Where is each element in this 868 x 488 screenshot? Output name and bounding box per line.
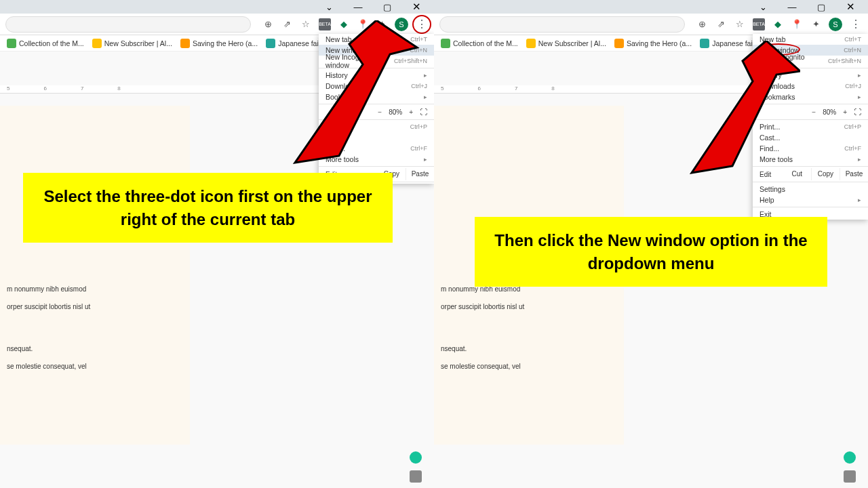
doc-text: m nonummy nibh euismod [7, 282, 183, 297]
three-dots-icon[interactable]: ⋮ [849, 18, 863, 31]
menu-zoom: Zoom − 80% + ⛶ [319, 106, 434, 118]
zoom-out-button[interactable]: − [812, 108, 816, 116]
grammarly-icon[interactable] [410, 451, 422, 464]
menu-label: History [760, 71, 782, 79]
menu-separator [753, 182, 868, 182]
menu-new-incognito[interactable]: New Incognito windowCtrl+Shift+N [753, 56, 868, 66]
menu-label: Bookmarks [760, 93, 795, 101]
menu-label: Find... [326, 144, 345, 152]
puzzle-icon[interactable]: ✦ [376, 18, 388, 30]
pin-icon[interactable]: 📍 [791, 18, 803, 30]
doc-text: orper suscipit lobortis nisl ut [7, 300, 183, 314]
extension-icon[interactable]: ◆ [772, 18, 784, 30]
extension-icon[interactable]: ◆ [338, 18, 350, 30]
menu-bookmarks[interactable]: Bookmarks▸ [319, 92, 434, 102]
menu-label: History [326, 71, 348, 79]
bookmark-item[interactable]: Saving the Hero (a... [178, 37, 260, 49]
bookmark-favicon-icon [700, 39, 709, 48]
zoom-out-button[interactable]: − [378, 108, 382, 116]
menu-help[interactable]: Help▸ [753, 195, 868, 205]
fullscreen-icon[interactable]: ⛶ [420, 108, 427, 116]
menu-downloads[interactable]: DownloadsCtrl+J [319, 81, 434, 92]
ruler-mark: 5 [441, 85, 443, 93]
zoom-in-button[interactable]: + [843, 108, 847, 116]
menu-history[interactable]: History▸ [319, 70, 434, 81]
maximize-button[interactable]: ▢ [378, 2, 397, 12]
minimize-button[interactable]: — [349, 2, 368, 12]
menu-cast[interactable]: Cast... [753, 132, 868, 143]
menu-label: New Incognito window [326, 53, 394, 69]
zoom-icon[interactable]: ⊕ [262, 18, 274, 30]
menu-downloads[interactable]: DownloadsCtrl+J [753, 81, 868, 92]
window-chevron-icon[interactable]: ⌄ [319, 2, 338, 12]
explore-icon[interactable] [410, 470, 422, 483]
close-button[interactable]: ✕ [841, 1, 860, 13]
profile-avatar[interactable]: S [829, 18, 842, 31]
fullscreen-icon[interactable]: ⛶ [854, 108, 861, 116]
menu-zoom: Zoom − 80% + ⛶ [753, 106, 868, 118]
star-icon[interactable]: ☆ [300, 18, 312, 30]
doc-text: se molestie consequat, vel [7, 359, 183, 374]
chevron-right-icon: ▸ [858, 72, 861, 79]
menu-shortcut: Ctrl+P [410, 123, 427, 130]
bookmark-item[interactable]: Collection of the M... [4, 37, 87, 49]
document-page: m nonummy nibh euismod orper suscipit lo… [0, 106, 190, 445]
chevron-right-icon: ▸ [424, 72, 427, 79]
close-button[interactable]: ✕ [407, 1, 426, 13]
share-icon[interactable]: ⇗ [281, 18, 293, 30]
menu-shortcut: Ctrl+T [410, 36, 427, 43]
menu-find[interactable]: Find...Ctrl+F [319, 143, 434, 154]
menu-label: Help [760, 196, 774, 204]
menu-print[interactable]: Print...Ctrl+P [753, 121, 868, 132]
grammarly-icon[interactable] [844, 451, 856, 464]
menu-print[interactable]: Print...Ctrl+P [319, 121, 434, 132]
menu-new-tab[interactable]: New tabCtrl+T [319, 34, 434, 45]
beta-icon[interactable]: BETA [319, 18, 331, 30]
zoom-icon[interactable]: ⊕ [696, 18, 708, 30]
cut-button[interactable]: Cut [783, 168, 812, 180]
menu-history[interactable]: History▸ [753, 70, 868, 81]
star-icon[interactable]: ☆ [734, 18, 746, 30]
menu-label: Downloads [760, 82, 795, 90]
menu-label: New Incognito window [760, 53, 828, 69]
beta-icon[interactable]: BETA [753, 18, 765, 30]
menu-settings[interactable]: Settings [753, 184, 868, 195]
edit-label: Edit [753, 168, 783, 180]
ruler-mark: 7 [81, 85, 83, 93]
paste-button[interactable]: Paste [406, 168, 434, 180]
bookmark-item[interactable]: Saving the Hero (a... [612, 37, 694, 49]
profile-avatar[interactable]: S [395, 18, 408, 31]
menu-find[interactable]: Find...Ctrl+F [753, 143, 868, 154]
menu-new-tab[interactable]: New tabCtrl+T [753, 34, 868, 45]
bookmark-item[interactable]: New Subscriber | Al... [524, 37, 609, 49]
menu-cast[interactable]: Cast... [319, 132, 434, 143]
bookmark-label: New Subscriber | Al... [538, 39, 606, 47]
copy-button[interactable]: Copy [812, 168, 840, 180]
minimize-button[interactable]: — [783, 2, 802, 12]
puzzle-icon[interactable]: ✦ [810, 18, 822, 30]
menu-separator [319, 166, 434, 167]
three-dots-icon[interactable]: ⋮ [415, 18, 429, 31]
maximize-button[interactable]: ▢ [812, 2, 831, 12]
menu-new-incognito[interactable]: New Incognito windowCtrl+Shift+N [319, 56, 434, 66]
pin-icon[interactable]: 📍 [357, 18, 369, 30]
address-bar[interactable] [439, 16, 685, 33]
share-icon[interactable]: ⇗ [715, 18, 727, 30]
menu-edit-row: Edit Cut Copy Paste [753, 168, 868, 180]
chevron-right-icon: ▸ [424, 156, 427, 163]
bookmark-favicon-icon [92, 39, 102, 48]
address-bar[interactable] [5, 16, 251, 33]
menu-label: Settings [760, 185, 785, 193]
window-chevron-icon[interactable]: ⌄ [753, 2, 772, 12]
bookmark-item[interactable]: New Subscriber | Al... [90, 37, 175, 49]
ruler-mark: 7 [515, 85, 517, 93]
menu-label: Downloads [326, 82, 361, 90]
paste-button[interactable]: Paste [840, 168, 868, 180]
menu-bookmarks[interactable]: Bookmarks▸ [753, 92, 868, 102]
explore-icon[interactable] [844, 470, 856, 483]
menu-more-tools[interactable]: More tools▸ [753, 154, 868, 165]
menu-shortcut: Ctrl+P [844, 123, 861, 130]
menu-more-tools[interactable]: More tools▸ [319, 154, 434, 165]
bookmark-item[interactable]: Collection of the M... [438, 37, 521, 49]
zoom-in-button[interactable]: + [409, 108, 413, 116]
